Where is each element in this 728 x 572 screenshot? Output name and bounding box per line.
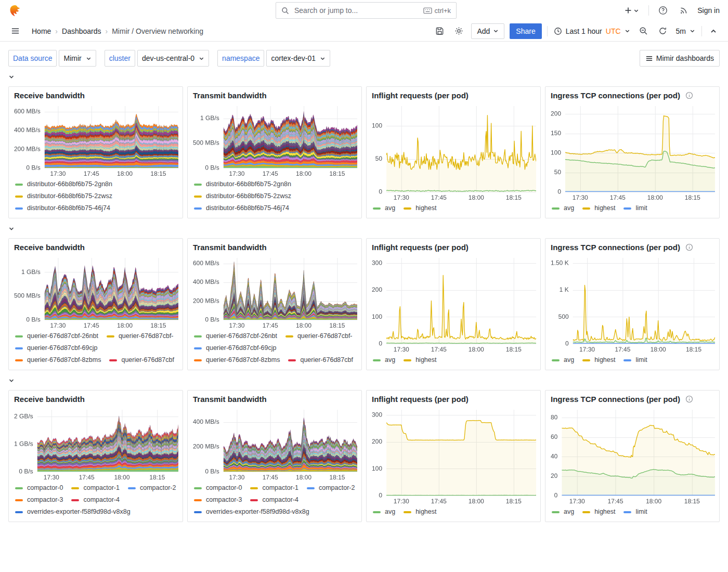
panel-title[interactable]: Inflight requests (per pod) (367, 391, 540, 405)
help-button[interactable] (656, 4, 670, 17)
panel-title[interactable]: Receive bandwidth (9, 87, 183, 101)
chart-canvas[interactable] (188, 101, 361, 178)
legend-item[interactable]: compactor-4 (71, 494, 119, 506)
variable-cluster-label[interactable]: cluster (105, 50, 135, 67)
legend-item[interactable]: compactor-1 (250, 482, 298, 494)
refresh-button[interactable] (656, 24, 670, 38)
legend-item[interactable]: distributor-66b8bf6b75-46j74 (194, 202, 289, 214)
legend-item[interactable]: querier-676d87cbf- (107, 330, 174, 342)
legend-item[interactable]: highest (582, 506, 615, 518)
news-button[interactable] (677, 4, 690, 17)
legend-item[interactable]: distributor-66b8bf6b75-2zwsz (194, 190, 291, 202)
legend-item[interactable]: querier-676d87cbf-8zbms (194, 354, 280, 366)
dashboard-settings-button[interactable] (452, 24, 466, 38)
mega-menu-button[interactable] (8, 24, 22, 38)
add-panel-button[interactable]: Add (471, 23, 504, 39)
variable-datasource-value[interactable]: Mimir (59, 50, 96, 67)
legend-item[interactable]: distributor-66b8bf6b75-2zwsz (15, 190, 112, 202)
section-header-backend[interactable] (8, 378, 720, 384)
panel-title[interactable]: Receive bandwidth (9, 391, 183, 405)
panel-title[interactable]: Transmit bandwidth (188, 391, 361, 405)
legend-item[interactable]: avg (373, 354, 395, 366)
legend-item[interactable]: distributor-66b8bf6b75-2gn8n (15, 178, 112, 190)
chart-canvas[interactable] (367, 405, 540, 506)
variable-namespace-label[interactable]: namespace (217, 50, 264, 67)
chart-canvas[interactable] (9, 405, 183, 482)
share-button[interactable]: Share (510, 23, 541, 39)
chart-canvas[interactable] (367, 253, 540, 354)
panel-title[interactable]: Ingress TCP connections (per pod) (545, 87, 719, 101)
search-input[interactable] (293, 6, 419, 15)
info-icon[interactable] (685, 395, 693, 403)
legend-item[interactable]: distributor-66b8bf6b75-2gn8n (194, 178, 291, 190)
legend-item[interactable]: querier-676d87cbf (288, 354, 353, 366)
time-range-picker[interactable]: Last 1 hour UTC (553, 25, 631, 37)
mimir-dashboards-button[interactable]: Mimir dashboards (640, 50, 720, 67)
section-header-reads[interactable] (8, 226, 720, 232)
chart-canvas[interactable] (9, 253, 183, 330)
legend-item[interactable]: compactor-0 (15, 482, 63, 494)
variable-namespace-value[interactable]: cortex-dev-01 (266, 50, 330, 67)
legend-item[interactable]: querier-676d87cbf-69cjp (15, 342, 98, 354)
legend-item[interactable]: compactor-2 (128, 482, 176, 494)
legend-item[interactable]: distributor-66b8bf6b75-46j74 (15, 202, 110, 214)
sign-in-link[interactable]: Sign in (697, 6, 720, 15)
legend-item[interactable]: highest (582, 354, 615, 366)
chart-canvas[interactable] (545, 405, 719, 506)
legend-item[interactable]: highest (404, 506, 436, 518)
legend-item[interactable]: highest (582, 202, 615, 214)
panel-title[interactable]: Inflight requests (per pod) (367, 239, 540, 253)
legend-item[interactable]: compactor-3 (194, 494, 242, 506)
legend-item[interactable]: highest (404, 202, 436, 214)
legend-item[interactable]: avg (373, 202, 395, 214)
legend-item[interactable]: avg (373, 506, 395, 518)
panel-title[interactable]: Transmit bandwidth (188, 239, 361, 253)
legend-item[interactable]: querier-676d87cbf-26nbt (194, 330, 277, 342)
save-dashboard-button[interactable] (433, 24, 447, 38)
legend-item[interactable]: compactor-1 (71, 482, 119, 494)
legend-item[interactable]: compactor-3 (15, 494, 63, 506)
section-header-writes[interactable] (8, 74, 720, 80)
legend-item[interactable]: compactor-2 (307, 482, 355, 494)
panel-title[interactable]: Ingress TCP connections (per pod) (545, 391, 719, 405)
refresh-interval-picker[interactable]: 5m (675, 25, 696, 37)
legend-item[interactable]: overrides-exporter-f58f9d98d-v8x8g (194, 506, 309, 518)
legend-item[interactable]: querier-676d87cbf-69cjp (194, 342, 277, 354)
chart-canvas[interactable] (367, 101, 540, 202)
legend-item[interactable]: querier-676d87cbf (109, 354, 174, 366)
grafana-logo[interactable] (8, 4, 21, 17)
legend-item[interactable]: querier-676d87cbf-8zbms (15, 354, 101, 366)
legend-item[interactable]: highest (404, 354, 436, 366)
legend-item[interactable]: limit (623, 354, 647, 366)
legend-item[interactable]: avg (552, 354, 574, 366)
panel-title[interactable]: Inflight requests (per pod) (367, 87, 540, 101)
legend-item[interactable]: limit (623, 506, 647, 518)
legend-item[interactable]: overrides-exporter-f58f9d98d-v8x8g (15, 506, 131, 518)
panel-title[interactable]: Ingress TCP connections (per pod) (545, 239, 719, 253)
variable-datasource-label[interactable]: Data source (8, 50, 57, 67)
collapse-toolbar-button[interactable] (707, 25, 720, 37)
chart-canvas[interactable] (545, 253, 719, 354)
legend-item[interactable]: limit (623, 202, 647, 214)
panel-title[interactable]: Receive bandwidth (9, 239, 183, 253)
breadcrumb-dashboards[interactable]: Dashboards (62, 27, 101, 35)
chart-canvas[interactable] (188, 405, 361, 482)
variable-cluster-value[interactable]: dev-us-central-0 (137, 50, 209, 67)
chart-canvas[interactable] (9, 101, 183, 178)
global-search[interactable]: ctrl+k (276, 2, 457, 19)
zoom-out-icon (639, 27, 648, 35)
chart-canvas[interactable] (545, 101, 719, 202)
legend-item[interactable]: avg (552, 506, 574, 518)
legend-item[interactable]: querier-676d87cbf-26nbt (15, 330, 98, 342)
panel-title[interactable]: Transmit bandwidth (188, 87, 361, 101)
zoom-out-time-button[interactable] (636, 24, 651, 38)
legend-item[interactable]: avg (552, 202, 574, 214)
breadcrumb-home[interactable]: Home (32, 27, 51, 35)
chart-canvas[interactable] (188, 253, 361, 330)
legend-item[interactable]: querier-676d87cbf- (285, 330, 353, 342)
info-icon[interactable] (685, 243, 693, 251)
new-button[interactable] (622, 4, 641, 17)
legend-item[interactable]: compactor-0 (194, 482, 242, 494)
info-icon[interactable] (685, 92, 693, 99)
legend-item[interactable]: compactor-4 (250, 494, 298, 506)
